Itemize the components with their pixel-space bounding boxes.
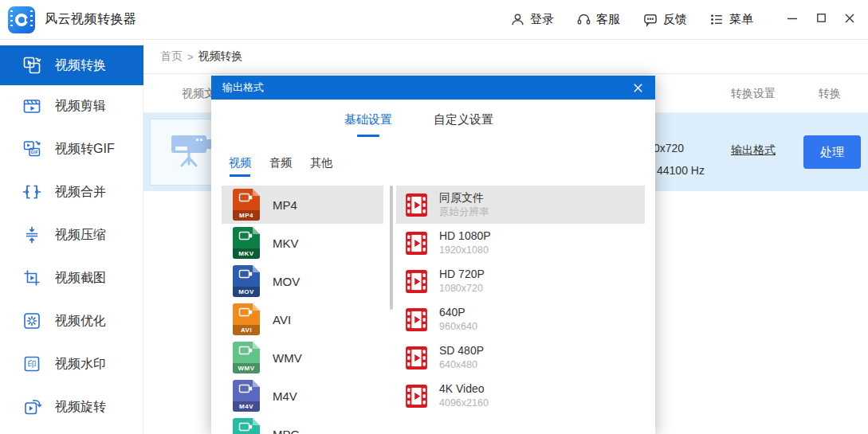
resolution-item-sd-480p[interactable]: SD 480P 640x480 (396, 338, 645, 377)
modal-header: 输出格式 (211, 76, 655, 100)
svg-text:GIF: GIF (31, 150, 39, 154)
user-icon (510, 12, 525, 27)
minimize-button[interactable] (780, 8, 804, 32)
headset-icon (576, 12, 591, 27)
app-title: 风云视频转换器 (45, 11, 137, 28)
resolution-subtitle: 4096x2160 (439, 397, 489, 410)
output-format-modal: 输出格式 基础设置 自定义设置 视频 音频 (211, 76, 655, 434)
format-label: M4V (273, 389, 297, 403)
menu-button[interactable]: 菜单 (709, 12, 753, 27)
avi-file-icon: AVI (233, 303, 260, 335)
video-optimize-icon (22, 311, 41, 330)
column-header-settings: 转换设置 (731, 74, 776, 113)
mpg-file-icon: MPG (233, 418, 260, 434)
feedback-button[interactable]: 反馈 (642, 12, 687, 28)
close-window-icon (843, 12, 856, 28)
feedback-icon (642, 12, 658, 28)
close-window-button[interactable] (838, 8, 862, 32)
format-item-mpg[interactable]: MPG MPG (222, 415, 383, 434)
film-icon (406, 232, 427, 255)
maximize-button[interactable] (809, 8, 833, 32)
video-compress-icon (22, 225, 41, 244)
format-label: MKV (273, 237, 299, 250)
breadcrumb-home[interactable]: 首页 (160, 49, 183, 64)
format-item-wmv[interactable]: WMV WMV (222, 338, 383, 377)
resolution-subtitle: 1080x720 (439, 282, 485, 295)
resolution-list: 同原文件 原始分辨率 HD 1080P 1920x1080 HD 720P (396, 186, 645, 415)
svg-text:印: 印 (28, 359, 37, 369)
film-icon (406, 270, 427, 293)
film-icon (406, 194, 427, 217)
modal-close-button[interactable] (632, 82, 644, 94)
sidebar: 视频转换 视频剪辑 GIF 视 (0, 40, 143, 434)
sidebar-item-label: 视频剪辑 (55, 98, 106, 115)
breadcrumb-current: 视频转换 (198, 49, 243, 64)
login-button[interactable]: 登录 (510, 12, 554, 27)
resolution-subtitle: 原始分辨率 (439, 205, 489, 219)
modal-subtabs: 视频 音频 其他 (229, 156, 332, 177)
sidebar-item-video-snapshot[interactable]: 视频截图 (0, 258, 143, 298)
subtab-label: 视频 (229, 156, 251, 169)
subtab-active-underline (230, 174, 250, 177)
menu-icon (709, 12, 725, 27)
format-item-mp4[interactable]: MP4 MP4 (222, 186, 383, 224)
format-list-scrollbar[interactable] (390, 186, 393, 310)
format-item-avi[interactable]: AVI AVI (222, 300, 383, 338)
app-window: 风云视频转换器 登录 客服 (0, 0, 868, 434)
resolution-title: SD 480P (439, 343, 484, 358)
customer-service-label: 客服 (596, 12, 620, 27)
customer-service-button[interactable]: 客服 (576, 12, 620, 27)
sidebar-item-video-rotate[interactable]: 视频旋转 (0, 387, 143, 427)
tab-custom-settings[interactable]: 自定义设置 (434, 112, 493, 137)
resolution-title: HD 1080P (439, 229, 491, 244)
minimize-icon (786, 12, 799, 28)
resolution-subtitle: 960x640 (439, 320, 477, 334)
video-watermark-icon: 印 (22, 354, 41, 373)
format-label: MOV (273, 275, 300, 288)
format-item-mov[interactable]: MOV MOV (222, 262, 383, 300)
sidebar-item-label: 视频压缩 (55, 227, 106, 244)
sidebar-item-video-convert[interactable]: 视频转换 (0, 45, 143, 85)
resolution-item-640p[interactable]: 640P 960x640 (396, 300, 645, 338)
process-button[interactable]: 处理 (803, 135, 861, 169)
subtab-video[interactable]: 视频 (229, 156, 251, 177)
sidebar-item-video-clip[interactable]: 视频剪辑 (0, 86, 143, 126)
resolution-subtitle: 640x480 (439, 358, 484, 372)
output-format-link[interactable]: 输出格式 (731, 143, 776, 158)
resolution-item-hd-720p[interactable]: HD 720P 1080x720 (396, 262, 645, 300)
resolution-item-original[interactable]: 同原文件 原始分辨率 (396, 186, 645, 224)
video-merge-icon (22, 182, 41, 201)
format-label: MP4 (273, 198, 297, 212)
sidebar-item-label: 视频合并 (55, 184, 106, 201)
resolution-title: 4K Video (439, 381, 489, 397)
format-item-mkv[interactable]: MKV MKV (222, 224, 383, 262)
film-icon (406, 385, 427, 408)
feedback-label: 反馈 (663, 12, 687, 27)
resolution-title: 同原文件 (439, 190, 489, 205)
subtab-audio[interactable]: 音频 (269, 156, 292, 177)
app-logo-icon (8, 6, 35, 33)
format-label: AVI (273, 313, 291, 326)
sidebar-item-video-compress[interactable]: 视频压缩 (0, 215, 143, 255)
mp4-file-icon: MP4 (233, 189, 260, 221)
tab-label: 基础设置 (344, 112, 392, 126)
wmv-file-icon: WMV (233, 342, 260, 373)
format-list: MP4 MP4 MKV MKV MOV MOV (222, 186, 383, 434)
projector-icon (165, 127, 216, 177)
tab-basic-settings[interactable]: 基础设置 (344, 112, 392, 137)
sidebar-item-video-to-gif[interactable]: GIF 视频转GIF (0, 129, 143, 169)
subtab-other[interactable]: 其他 (310, 156, 332, 177)
sidebar-item-video-merge[interactable]: 视频合并 (0, 172, 143, 212)
modal-title: 输出格式 (222, 80, 264, 95)
resolution-item-4k[interactable]: 4K Video 4096x2160 (396, 377, 645, 415)
video-rotate-icon (22, 397, 41, 416)
resolution-item-hd-1080p[interactable]: HD 1080P 1920x1080 (396, 224, 645, 262)
video-convert-icon (22, 56, 41, 75)
format-item-m4v[interactable]: M4V M4V (222, 377, 383, 415)
sidebar-item-video-optimize[interactable]: 视频优化 (0, 301, 143, 341)
sidebar-item-label: 视频转换 (55, 57, 106, 74)
video-clip-icon (22, 96, 41, 115)
sidebar-item-video-watermark[interactable]: 印 视频水印 (0, 344, 143, 384)
format-label: WMV (273, 351, 302, 365)
video-resolution-text: 0x720 (654, 142, 684, 154)
